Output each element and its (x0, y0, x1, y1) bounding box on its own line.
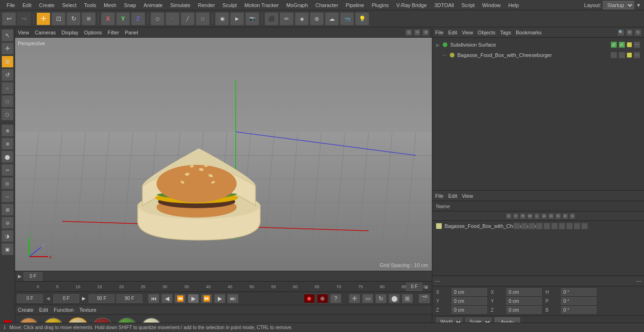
nurbs-btn[interactable]: ◈ (295, 12, 309, 25)
move-tool-button[interactable]: ✛ (36, 12, 50, 25)
obj-objects-menu[interactable]: Objects (478, 30, 495, 35)
vp-filter-menu[interactable]: Filter (107, 30, 119, 35)
next-frame-btn[interactable]: ▶ (214, 294, 225, 303)
attr-g-icon[interactable] (559, 223, 565, 229)
preview-end-input[interactable] (89, 294, 115, 303)
attr-edit-menu[interactable]: Edit (448, 193, 457, 199)
record-btn[interactable]: ⏺ (304, 294, 315, 303)
axis-btn[interactable]: ⊗ (1, 138, 14, 150)
slide-btn[interactable]: ↔ (1, 190, 14, 202)
menu-select[interactable]: Select (58, 1, 81, 9)
menu-animate[interactable]: Animate (140, 1, 166, 9)
object-btn[interactable]: ○ (1, 82, 14, 94)
vp-panel-menu[interactable]: Panel (125, 30, 138, 35)
step-back-btn[interactable]: ⏪ (174, 294, 186, 303)
edges-mode-button[interactable]: ╱ (181, 12, 195, 25)
prev-frame-btn[interactable]: ◀ (161, 294, 173, 303)
render-btn[interactable]: 🎬 (419, 294, 430, 303)
obj-edit-menu[interactable]: Edit (448, 30, 457, 35)
z-size-input[interactable] (506, 306, 542, 314)
bagasse-render-btn[interactable] (619, 52, 625, 58)
move-key-btn[interactable]: ✛ (349, 294, 360, 303)
menu-vray[interactable]: V-Ray Bridge (393, 1, 431, 9)
attr-l-icon[interactable] (544, 223, 550, 229)
obj-item-subdivision[interactable]: ▶ Subdivision Surface ✓ ✓ ⋯ (432, 40, 644, 50)
deformer-btn[interactable]: ⊛ (310, 12, 324, 25)
render-view-button[interactable]: ▶ (230, 12, 244, 25)
menu-edit[interactable]: Edit (19, 1, 35, 9)
scale-btn[interactable]: ⊞ (1, 56, 14, 68)
menu-sculpt[interactable]: Sculpt (219, 1, 241, 9)
bagasse-extra[interactable]: ⋯ (634, 52, 640, 58)
render-to-picture-button[interactable]: 📷 (245, 12, 259, 25)
vp-cameras-menu[interactable]: Cameras (35, 30, 56, 35)
attr-e-icon[interactable] (574, 223, 580, 229)
attr-v-icon[interactable] (521, 223, 528, 229)
vp-view-menu[interactable]: View (18, 30, 29, 35)
knife-btn[interactable]: ✂ (1, 164, 14, 176)
menu-help[interactable]: Help (504, 1, 523, 9)
obj-file-menu[interactable]: File (435, 30, 444, 35)
attr-x-icon[interactable] (581, 223, 588, 229)
x-axis-button[interactable]: X (101, 12, 115, 25)
magnet-btn[interactable]: ⊕ (1, 124, 14, 137)
grid-key-btn[interactable]: ⊞ (402, 294, 413, 303)
light-btn[interactable]: 💡 (355, 12, 369, 25)
select-region-btn[interactable]: ▭ (362, 294, 373, 303)
record-active-btn[interactable]: ⬤ (388, 294, 400, 303)
start-frame-display[interactable] (406, 283, 422, 291)
x-pos-input[interactable] (452, 288, 487, 296)
mat-edit-menu[interactable]: Edit (39, 307, 48, 313)
spline-btn[interactable]: ✏ (280, 12, 294, 25)
viewport-move-icon[interactable]: ✛ (414, 29, 421, 36)
y-axis-button[interactable]: Y (116, 12, 130, 25)
obj-settings-icon[interactable]: ⚙ (626, 29, 633, 36)
key-help-btn[interactable]: ? (330, 294, 341, 303)
attr-d-icon[interactable] (566, 223, 573, 229)
poly-side-btn[interactable]: □ (1, 95, 14, 107)
bagasse-visible-btn[interactable] (611, 52, 617, 58)
attr-m-icon[interactable] (536, 223, 543, 229)
zoom-key-btn[interactable]: ↻ (375, 294, 387, 303)
menu-3dtoall[interactable]: 3DTOAll (430, 1, 457, 9)
menu-create[interactable]: Create (35, 1, 58, 9)
obj-bookmarks-menu[interactable]: Bookmarks (516, 30, 542, 35)
env-btn[interactable]: ☁ (325, 12, 339, 25)
paint-btn[interactable]: ⊖ (1, 217, 14, 229)
menu-mograph[interactable]: MoGraph (282, 1, 312, 9)
menu-window[interactable]: Window (479, 1, 504, 9)
rotate-btn[interactable]: ↺ (1, 69, 14, 81)
menu-pipeline[interactable]: Pipeline (342, 1, 368, 9)
object-mode-button[interactable]: ○ (150, 12, 165, 25)
brush-btn[interactable]: ⬤ (1, 151, 14, 163)
undo-button[interactable]: ↩ (2, 12, 16, 25)
y-size-input[interactable] (506, 297, 542, 305)
subdiv-render-btn[interactable]: ✓ (619, 41, 625, 48)
preview-start-input[interactable] (53, 294, 79, 303)
points-side-btn[interactable]: ⬡ (1, 108, 14, 121)
z-pos-input[interactable] (452, 306, 487, 314)
menu-simulate[interactable]: Simulate (166, 1, 194, 9)
render-region-button[interactable]: ▣ (215, 12, 229, 25)
menu-file[interactable]: File (3, 1, 19, 9)
redo-button[interactable]: ↪ (17, 12, 31, 25)
weld-btn[interactable]: ◎ (1, 177, 14, 189)
viewport-3d[interactable]: X Y Z Perspective Grid Spacing : 10 cm (15, 38, 432, 271)
menu-tools[interactable]: Tools (80, 1, 100, 9)
rotate-tool-button[interactable]: ↻ (66, 12, 81, 25)
attr-s-icon[interactable] (513, 223, 520, 229)
obj-close-icon[interactable]: ✕ (635, 29, 641, 36)
layout-dropdown[interactable]: Startup (603, 1, 634, 9)
points-mode-button[interactable]: · (165, 12, 180, 25)
frame-field[interactable] (17, 294, 43, 303)
vp-options-menu[interactable]: Options (84, 30, 102, 35)
attr-r-icon[interactable] (528, 223, 535, 229)
cube-btn[interactable]: ⬛ (264, 12, 279, 25)
p-input[interactable] (561, 297, 596, 305)
obj-search-icon[interactable]: 🔍 (618, 29, 624, 36)
menu-motion-tracker[interactable]: Motion Tracker (240, 1, 282, 9)
viewport-maximize-icon[interactable]: ⊡ (405, 29, 412, 36)
menu-character[interactable]: Character (312, 1, 342, 9)
vp-display-menu[interactable]: Display (61, 30, 78, 35)
mat-texture-menu[interactable]: Texture (79, 307, 96, 313)
